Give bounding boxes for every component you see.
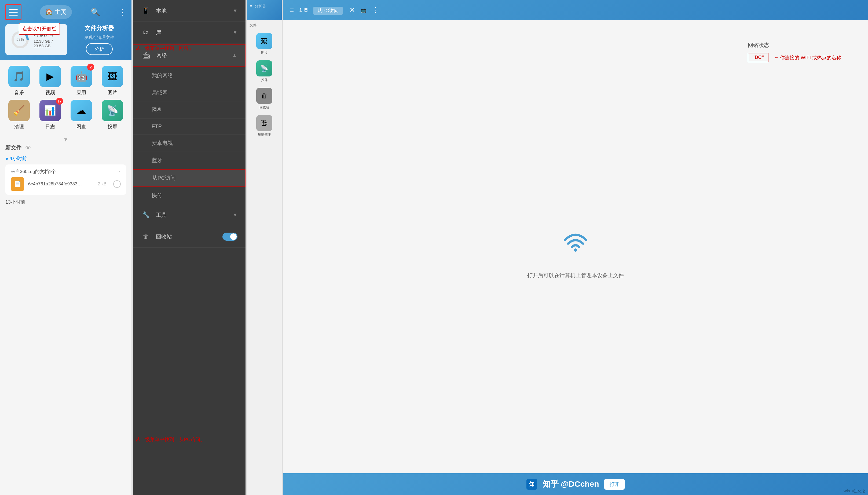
app-icon-item[interactable]: 🤖 2 应用 xyxy=(68,66,95,96)
cast-icon: 📡 xyxy=(102,100,123,121)
svg-point-5 xyxy=(146,53,147,54)
zhihu-logo: 知 xyxy=(526,479,537,490)
icon-grid-section: 🎵 音乐 ▶ 视频 🤖 2 应用 🖼 图片 🧹 清理 xyxy=(0,61,132,135)
video-icon-item[interactable]: ▶ 视频 xyxy=(36,66,64,96)
my-network-label: 我的网络 xyxy=(152,72,173,78)
header-top-bar: 🏠 主页 🔍 ⋮ xyxy=(0,0,132,24)
cloud-icon-item[interactable]: ☁ 网盘 xyxy=(68,100,95,130)
wifi-status-section xyxy=(562,231,589,256)
back-button[interactable]: ≡ xyxy=(288,4,295,16)
photo-icon-item[interactable]: 🖼 图片 xyxy=(99,66,126,96)
ftp-label: FTP xyxy=(152,123,162,129)
storage-size: 12.38 GB / 23.58 GB xyxy=(34,39,62,48)
tools-label: 工具 xyxy=(156,211,233,219)
network-icon xyxy=(141,50,151,60)
new-files-title: 新文件 xyxy=(5,144,21,151)
pc-access-annotation: 从二级菜单中找到「从PC访问」 xyxy=(136,436,205,443)
partial-panel: ≡ 分析器 文件 🖼 图片 📡 投屏 🗑 回收站 🗜 压缩管理 xyxy=(247,0,282,495)
toggle-thumb xyxy=(230,234,237,240)
partial-content: 文件 🖼 图片 📡 投屏 🗑 回收站 🗜 压缩管理 xyxy=(247,20,282,142)
svg-text:53%: 53% xyxy=(16,37,24,41)
nav-item-library[interactable]: 🗂 库 ▼ xyxy=(133,22,245,44)
analyzer-section: 文件分析器 发现可清理文件 分析 xyxy=(72,24,126,55)
file-card: 来自360Log的文档1个 → 📄 6c4b761a28b734fe9383… … xyxy=(5,165,126,195)
wifi-status-annotation: 网络状态 xyxy=(748,41,841,49)
clean-icon-item[interactable]: 🧹 清理 xyxy=(5,100,32,130)
fast-transfer-label: 快传 xyxy=(152,192,162,198)
analyzer-title: 文件分析器 xyxy=(85,24,114,32)
music-label: 音乐 xyxy=(14,89,24,96)
chevron-down-icon: ▼ xyxy=(0,135,132,144)
nav-item-tools[interactable]: 🔧 工具 ▼ xyxy=(133,204,245,226)
eye-icon: 👁 xyxy=(25,144,31,151)
more-button[interactable]: ⋮ xyxy=(119,8,126,17)
sidebar-annotation: 点击以打开侧栏 xyxy=(19,23,60,35)
nav-sub-fast-transfer[interactable]: 快传 xyxy=(133,187,245,204)
tools-icon: 🔧 xyxy=(141,210,151,220)
music-icon-item[interactable]: 🎵 音乐 xyxy=(5,66,32,96)
recycle-toggle[interactable] xyxy=(222,233,237,241)
wifi-icon xyxy=(562,231,589,256)
pc-access-title-btn[interactable]: 从PC访问 xyxy=(312,4,344,16)
file-select-checkbox[interactable] xyxy=(113,180,121,188)
right-annotations: 网络状态 "DC" ← 你连接的 WIFI 或热点的名称 xyxy=(748,41,841,62)
nav-sub-pc-access[interactable]: 从PC访问 xyxy=(133,169,245,187)
app-icon: 🤖 2 xyxy=(71,66,92,87)
home-button[interactable]: 🏠 主页 xyxy=(40,5,72,19)
bottom-brand: 知 知乎 @DCchen 打开 xyxy=(283,473,868,495)
watermark: Win10进化论 xyxy=(843,489,865,494)
photo-label: 图片 xyxy=(107,89,117,96)
hamburger-button[interactable] xyxy=(5,4,21,20)
lan-label: 局域网 xyxy=(152,90,168,96)
open-button[interactable]: 打开 xyxy=(604,479,625,490)
cast-icon-item[interactable]: 📡 投屏 xyxy=(99,100,126,130)
search-button[interactable]: 🔍 xyxy=(91,8,100,17)
svg-point-7 xyxy=(574,249,577,252)
nav-sub-android-tv[interactable]: 安卓电视 xyxy=(133,135,245,152)
section-header: 新文件 👁 xyxy=(5,144,126,151)
nav-menu: 📱 本地 ▼ 🗂 库 ▼ 网络 ▲ 我的网络 xyxy=(133,0,245,495)
more-button-2[interactable]: ⋮ xyxy=(371,4,380,16)
home-label: 主页 xyxy=(55,8,67,16)
network-arrow: ▲ xyxy=(232,53,237,58)
nav-item-recycle[interactable]: 🗑 回收站 xyxy=(133,226,245,248)
file-type-icon: 📄 xyxy=(11,177,24,191)
analyze-button[interactable]: 分析 xyxy=(86,43,113,55)
cloud-icon: ☁ xyxy=(71,100,92,121)
log-badge: 17 xyxy=(56,98,63,105)
cloud-label: 网盘 xyxy=(76,123,86,130)
netdisk-label: 网盘 xyxy=(152,107,162,113)
mini-photo-item: 🖼 图片 xyxy=(250,30,279,58)
file-size: 2 kB xyxy=(98,182,106,186)
nav-sub-my-network[interactable]: 我的网络 xyxy=(133,67,245,84)
video-icon: ▶ xyxy=(39,66,61,87)
home-icon: 🏠 xyxy=(45,8,53,16)
pc-info-text: 打开后可以在计算机上管理本设备上文件 xyxy=(527,272,624,279)
panel4-title: 从PC访问 xyxy=(313,7,343,15)
nav-menu-panel: 从一级菜单中找到「网络」 从二级菜单中找到「从PC访问」 📱 本地 ▼ 🗂 库 … xyxy=(133,0,245,495)
nav-sub-lan[interactable]: 局域网 xyxy=(133,84,245,101)
left-arrow-icon: ← xyxy=(774,55,779,61)
time-label-1: ● 4小时前 xyxy=(5,155,126,162)
clean-label: 清理 xyxy=(14,123,24,130)
nav-sub-ftp[interactable]: FTP xyxy=(133,119,245,135)
pc-access-label: 从PC访问 xyxy=(152,175,176,181)
nav-sub-netdisk[interactable]: 网盘 xyxy=(133,101,245,119)
arrow-icon: → xyxy=(116,169,121,174)
log-icon-item[interactable]: 📊 17 日志 xyxy=(36,100,64,130)
local-arrow: ▼ xyxy=(233,8,237,14)
panel1-header: 🏠 主页 🔍 ⋮ 点击以打开侧栏 53% 内部存储 xyxy=(0,0,132,61)
recycle-icon: 🗑 xyxy=(141,232,151,241)
file-manager-panel: 🏠 主页 🔍 ⋮ 点击以打开侧栏 53% 内部存储 xyxy=(0,0,132,495)
app-badge: 2 xyxy=(87,64,94,71)
app-label: 应用 xyxy=(76,89,86,96)
nav-item-local[interactable]: 📱 本地 ▼ xyxy=(133,0,245,22)
pc-access-panel: ≡ 1 🖥 从PC访问 ✕ 📺 ⋮ 网络状态 "DC" ← 你连接的 WIFI … xyxy=(283,0,868,495)
close-button[interactable]: ✕ xyxy=(348,4,357,16)
recycle-label: 回收站 xyxy=(156,233,222,240)
nav-sub-bluetooth[interactable]: 蓝牙 xyxy=(133,152,245,169)
panel4-header: ≡ 1 🖥 从PC访问 ✕ 📺 ⋮ xyxy=(283,0,868,20)
log-icon: 📊 17 xyxy=(39,100,61,121)
mini-recycle-item: 🗑 回收站 xyxy=(250,85,279,113)
analyzer-subtitle: 发现可清理文件 xyxy=(84,35,114,40)
